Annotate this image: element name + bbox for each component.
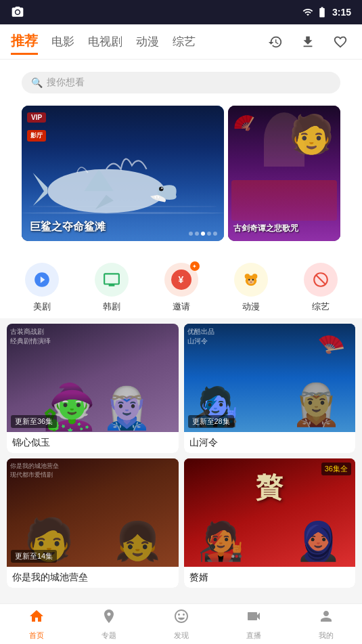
status-icons [302,6,328,18]
invite-badge: ✦ [190,261,200,271]
tab-variety[interactable]: 综艺 [173,31,196,52]
category-variety[interactable]: 综艺 [304,263,338,313]
us-drama-label: 美剧 [33,301,51,313]
card-jinxin-info: 锦心似玉 [7,432,179,453]
side-banner-title: 古剑奇谭之悲歌咒 [233,223,335,234]
history-icon [268,35,283,49]
wifi-icon [302,7,313,18]
side-banner-figure: 🧑 [288,116,335,153]
top-navigation: 推荐 电影 电视剧 动漫 综艺 [0,24,362,60]
status-bar-left [11,5,24,19]
svg-point-5 [252,274,257,279]
dot-1 [189,232,193,236]
kr-drama-label: 韩剧 [103,301,120,313]
banner-indicators [189,232,217,236]
card-shanhe-update: 更新至28集 [188,415,234,428]
kr-drama-icon [95,263,129,297]
search-icon: 🔍 [31,77,43,88]
svg-point-4 [244,274,250,279]
content-section: 🧙 🧝 古装商战剧经典剧情演绎 更新至36集 锦心似玉 [0,324,362,588]
zhuixu-fig1: 🧑‍🎤 [198,519,244,563]
card-zhuixu-info: 赘婿 [184,567,356,588]
download-icon [300,35,315,49]
discover-label: 发现 [174,630,189,641]
discover-icon [173,608,189,628]
card-shanhe-title: 山河令 [189,437,218,448]
card-jinxin[interactable]: 🧙 🧝 古装商战剧经典剧情演绎 更新至36集 锦心似玉 [7,324,179,453]
bottom-nav-discover[interactable]: 发现 [145,608,217,641]
card-shanhe-info: 山河令 [184,432,356,453]
favorite-button[interactable] [330,31,351,53]
card-jinxin-title: 锦心似玉 [12,437,50,448]
zhuixu-char: 贅 [256,469,283,506]
heart-icon [333,35,348,49]
camera-icon [11,5,24,19]
download-button[interactable] [297,31,319,53]
zhuixu-fig2: 🧕 [295,519,342,563]
card-jinxin-update: 更新至36集 [11,415,57,428]
svg-point-2 [161,188,162,189]
card-zhuixu-ep: 36集全 [321,463,351,475]
card-chengchi-update: 更新至14集 [11,550,57,563]
battery-icon [316,6,328,18]
card-chengchi[interactable]: 🧑 👧 你是我的城池营垒现代都市爱情剧 更新至14集 你是我的城池营垒 [7,458,179,588]
card-zhuixu[interactable]: 🧑‍🎤 🧕 贅 36集全 赘婿 [184,458,356,588]
svg-point-7 [248,279,250,281]
history-button[interactable] [265,31,286,53]
tab-tv[interactable]: 电视剧 [88,31,122,52]
svg-point-1 [159,187,164,192]
bottom-nav-profile[interactable]: 我的 [290,608,362,641]
card-chengchi-title: 你是我的城池营垒 [12,572,88,582]
dot-3-active [201,232,205,236]
invite-icon: ¥ [171,270,191,290]
wuxia-fig2: 🧝 [291,381,342,429]
anime-icon [234,263,268,297]
category-bar: 美剧 韩剧 ¥ ✦ 邀请 [0,255,362,318]
tab-movie[interactable]: 电影 [51,31,74,52]
invite-label: 邀请 [173,301,190,313]
vip-badge: VIP [27,112,46,123]
modern-fig2: 👧 [114,519,161,563]
card-chengchi-info: 你是我的城池营垒 [7,567,179,588]
dot-5 [213,232,217,236]
time-display: 3:15 [332,7,351,18]
variety-label: 综艺 [312,301,330,313]
nav-tabs: 推荐 电影 电视剧 动漫 综艺 [11,29,196,55]
category-us-drama[interactable]: 美剧 [25,263,59,313]
category-kr-drama[interactable]: 韩剧 [95,263,129,313]
dot-4 [207,232,211,236]
bottom-nav-live[interactable]: 直播 [217,608,290,641]
figure-female: 🧝 [101,388,152,429]
card-shanhe[interactable]: 🧑‍🎤 🧝 🪭 优酷出品山河令 更新至28集 山河令 [184,324,356,453]
status-bar-right: 3:15 [302,6,351,18]
home-icon [28,608,45,628]
profile-icon [318,608,334,628]
profile-label: 我的 [319,630,334,641]
side-banner[interactable]: 🧑 🪭 古剑奇谭之悲歌咒 [228,106,340,241]
nav-icons [265,31,351,53]
main-banner[interactable]: 影厅 VIP 巨鲨之夺命鲨滩 [22,106,224,241]
status-bar: 3:15 [0,0,362,24]
category-invite[interactable]: ¥ ✦ 邀请 [164,263,198,313]
svg-point-9 [250,281,252,282]
live-icon [246,608,262,628]
invite-icon-wrapper: ¥ ✦ [164,263,198,297]
us-drama-icon [25,263,59,297]
anime-label: 动漫 [242,301,260,313]
topic-icon [101,608,117,628]
category-anime[interactable]: 动漫 [234,263,268,313]
search-bar[interactable]: 🔍 搜你想看 [22,72,340,93]
dot-2 [195,232,199,236]
bottom-nav-topic[interactable]: 专题 [72,608,145,641]
banner-area: 影厅 VIP 巨鲨之夺命鲨滩 [11,106,351,248]
bottom-nav-home[interactable]: 首页 [0,608,72,641]
variety-icon [304,263,338,297]
shark-illustration [28,136,184,224]
main-banner-title: 巨鲨之夺命鲨滩 [30,220,106,234]
bottom-navigation: 首页 专题 发现 直播 我的 [0,603,362,644]
tab-recommend[interactable]: 推荐 [11,29,38,55]
home-label: 首页 [29,630,44,641]
main-banner-badge: 影厅 [27,130,46,142]
live-label: 直播 [246,630,261,641]
tab-anime[interactable]: 动漫 [136,31,159,52]
